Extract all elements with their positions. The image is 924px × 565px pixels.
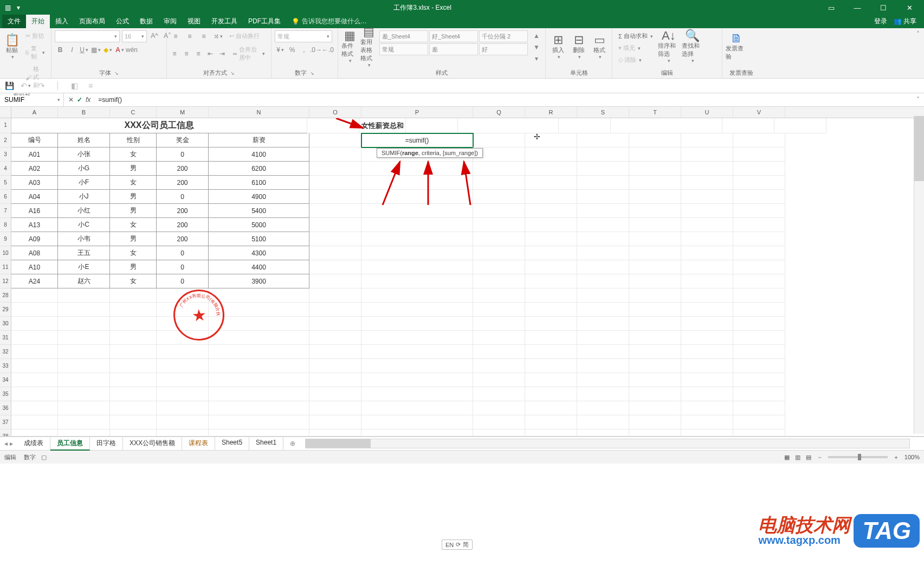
cell[interactable] <box>473 401 525 415</box>
col-header[interactable]: C <box>110 107 157 118</box>
cell[interactable] <box>577 317 629 331</box>
cell[interactable] <box>629 317 681 331</box>
cell[interactable] <box>110 415 157 429</box>
cell[interactable] <box>473 303 525 317</box>
decrease-decimal-icon[interactable]: ←.0 <box>322 44 333 55</box>
row-header[interactable]: 28 <box>0 288 11 303</box>
cell[interactable] <box>577 162 629 176</box>
cell[interactable]: 6100 <box>209 176 309 190</box>
cell[interactable] <box>110 331 157 345</box>
cell[interactable] <box>157 415 209 429</box>
cell[interactable] <box>629 246 681 260</box>
cell[interactable] <box>11 317 58 331</box>
cell[interactable] <box>309 387 361 401</box>
cell[interactable] <box>681 387 733 401</box>
qat-custom2[interactable]: ≡ <box>85 80 96 92</box>
cell[interactable] <box>110 373 157 387</box>
cell[interactable] <box>525 204 577 218</box>
zoom-in-button[interactable]: ＋ <box>893 453 899 461</box>
cell[interactable] <box>525 373 577 387</box>
cell[interactable] <box>525 260 577 274</box>
cell[interactable] <box>309 303 361 317</box>
cell[interactable] <box>577 133 629 147</box>
cell[interactable]: 5000 <box>209 218 309 232</box>
cell[interactable] <box>629 387 681 401</box>
row-header[interactable]: 4 <box>0 162 11 176</box>
sheet-tab[interactable]: 员工信息 <box>50 437 90 451</box>
cell[interactable] <box>473 176 525 190</box>
cell[interactable] <box>361 345 473 359</box>
cell[interactable] <box>309 401 361 415</box>
cell[interactable] <box>525 246 577 260</box>
find-select-button[interactable]: 🔍查找和选择▾ <box>682 30 703 63</box>
row-header[interactable]: 11 <box>0 260 11 274</box>
cell[interactable] <box>110 387 157 401</box>
format-as-table-button[interactable]: ▤套用表格格式▾ <box>360 30 377 63</box>
cell[interactable]: 200 <box>157 176 209 190</box>
cell[interactable] <box>361 401 473 415</box>
cell[interactable] <box>577 232 629 246</box>
close-button[interactable]: ✕ <box>900 4 919 12</box>
cell[interactable] <box>11 415 58 429</box>
cell[interactable] <box>525 387 577 401</box>
underline-button[interactable]: U▾ <box>79 44 89 55</box>
row-header[interactable]: 36 <box>0 401 11 415</box>
paste-button[interactable]: 📋粘贴▾ <box>3 30 21 63</box>
bold-button[interactable]: B <box>55 44 66 55</box>
cell-style[interactable]: 差_Sheet4 <box>379 30 428 42</box>
cell[interactable] <box>58 415 110 429</box>
tab-page-layout[interactable]: 页面布局 <box>74 15 111 28</box>
cell[interactable] <box>577 274 629 288</box>
cell[interactable] <box>733 429 785 436</box>
cell[interactable] <box>309 162 361 176</box>
cell[interactable]: 女 <box>110 176 157 190</box>
cell[interactable] <box>309 345 361 359</box>
cell[interactable]: A09 <box>11 232 58 246</box>
ribbon-display-icon[interactable]: ▭ <box>822 4 841 12</box>
cell[interactable] <box>473 373 525 387</box>
cell[interactable] <box>58 345 110 359</box>
cell[interactable] <box>209 345 309 359</box>
cell[interactable]: 小张 <box>58 147 110 162</box>
zoom-level[interactable]: 100% <box>904 454 920 460</box>
cell[interactable]: 编号 <box>11 133 58 147</box>
sheet-nav-first-icon[interactable]: ◂ <box>4 440 8 447</box>
minimize-button[interactable]: — <box>848 4 867 12</box>
cell[interactable]: A08 <box>11 246 58 260</box>
cell[interactable] <box>733 345 785 359</box>
cell[interactable] <box>473 260 525 274</box>
cell[interactable]: 200 <box>157 204 209 218</box>
horizontal-scrollbar[interactable] <box>305 439 910 448</box>
increase-decimal-icon[interactable]: .0→ <box>311 44 321 55</box>
cell[interactable] <box>577 331 629 345</box>
cell[interactable] <box>309 204 361 218</box>
cell[interactable] <box>681 401 733 415</box>
cell[interactable] <box>577 387 629 401</box>
cell[interactable] <box>577 260 629 274</box>
name-box[interactable]: ▾ <box>0 93 64 106</box>
font-size-select[interactable]: 16▾ <box>122 30 147 42</box>
cell[interactable] <box>473 415 525 429</box>
tab-home[interactable]: 开始 <box>26 15 50 28</box>
active-cell[interactable]: =sumif() <box>361 133 473 147</box>
cell[interactable]: A16 <box>11 204 58 218</box>
tell-me-search[interactable]: 💡 告诉我您想要做什么… <box>292 17 367 28</box>
cell-style[interactable]: 千位分隔 2 <box>479 30 528 42</box>
cell[interactable] <box>473 345 525 359</box>
cell[interactable] <box>681 373 733 387</box>
cell[interactable] <box>110 401 157 415</box>
cell[interactable]: A03 <box>11 176 58 190</box>
cell[interactable]: 薪资 <box>209 133 309 147</box>
cell[interactable]: 200 <box>157 232 209 246</box>
phonetic-button[interactable]: wén <box>126 44 137 55</box>
sheet-tab[interactable]: Sheet5 <box>215 437 249 451</box>
currency-icon[interactable]: ¥▾ <box>275 44 286 55</box>
cell[interactable] <box>525 359 577 373</box>
cell[interactable]: 小C <box>58 218 110 232</box>
align-middle-icon[interactable]: ≡ <box>184 31 195 42</box>
cell[interactable] <box>58 331 110 345</box>
vertical-scrollbar[interactable] <box>914 116 924 434</box>
row-header[interactable]: 5 <box>0 176 11 190</box>
font-family-select[interactable]: ▾ <box>55 30 120 42</box>
cell[interactable] <box>733 232 785 246</box>
